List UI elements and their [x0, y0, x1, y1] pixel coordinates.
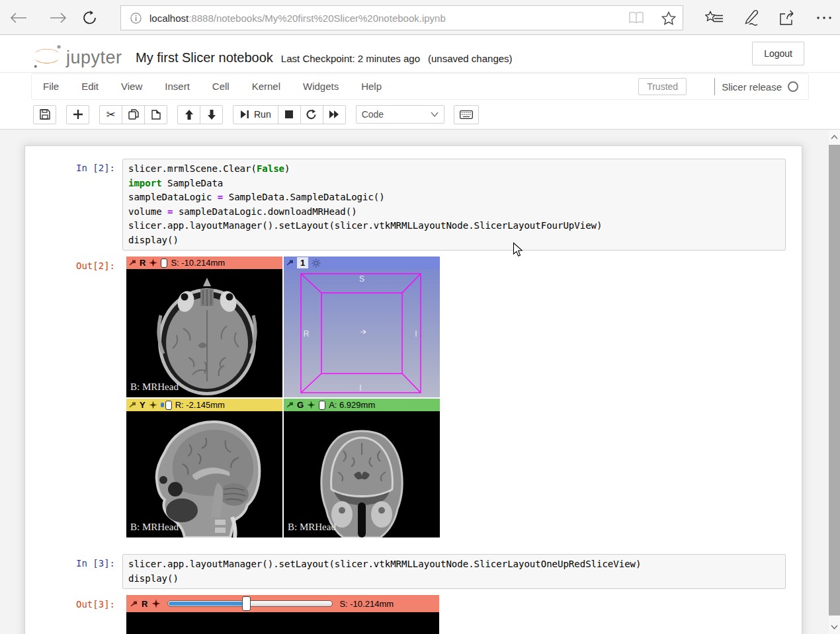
site-info-icon[interactable]	[130, 13, 142, 24]
save-button[interactable]	[33, 105, 56, 124]
run-icon	[240, 110, 249, 119]
logout-button[interactable]: Logout	[752, 42, 804, 65]
crosshair-icon[interactable]	[149, 258, 157, 267]
green-view-label: G	[297, 400, 304, 410]
red-slice-view: R S: -10.214mm	[126, 257, 282, 397]
yellow-slice-slider-handle[interactable]	[165, 401, 172, 410]
paste-cell-button[interactable]	[144, 105, 167, 124]
jupyter-logo[interactable]: jupyter	[32, 42, 122, 69]
slice-offset-slider[interactable]	[167, 600, 333, 607]
cut-cell-button[interactable]: ✂	[99, 105, 122, 124]
copy-cell-button[interactable]	[122, 105, 145, 124]
scrollbar-thumb[interactable]	[829, 145, 840, 615]
green-slice-readout: A: 6.929mm	[329, 400, 375, 410]
input-prompt-3: In [3]:	[25, 554, 122, 569]
pin-icon[interactable]	[286, 259, 294, 266]
kernel-name: Slicer release	[722, 81, 782, 93]
plus-icon	[73, 110, 83, 119]
restart-icon	[306, 109, 317, 120]
reading-view-icon[interactable]	[628, 11, 644, 24]
favorites-hub-icon[interactable]	[705, 9, 724, 27]
command-palette-button[interactable]	[454, 105, 479, 124]
red-view-label: R	[140, 258, 146, 268]
web-note-pen-icon[interactable]	[741, 9, 760, 27]
red-slice-image-partial[interactable]	[126, 612, 439, 634]
code-cell-3[interactable]: In [3]: slicer.app.layoutManager().setLa…	[25, 554, 802, 589]
menu-cell[interactable]: Cell	[201, 74, 241, 99]
move-cell-down-button[interactable]	[200, 105, 223, 124]
slicer-oneup-red-view: R S: -10.214mm	[126, 595, 439, 634]
scroll-up-icon[interactable]	[829, 132, 840, 143]
pin-icon[interactable]	[129, 259, 136, 266]
code-input-3[interactable]: slicer.app.layoutManager().setLayout(sli…	[122, 554, 786, 589]
menu-insert[interactable]: Insert	[153, 74, 201, 99]
notebook-container: In [2]: slicer.mrmlScene.Clear(False)imp…	[24, 145, 802, 634]
notebook-title[interactable]: My first Slicer notebook	[136, 50, 273, 65]
cut-icon: ✂	[106, 109, 115, 120]
restart-run-all-button[interactable]	[323, 105, 346, 124]
favorite-star-icon[interactable]	[661, 11, 676, 25]
url-text[interactable]: localhost:8888/notebooks/My%20first%20Sl…	[149, 13, 623, 24]
menu-edit[interactable]: Edit	[70, 74, 110, 99]
crosshair-icon[interactable]	[307, 401, 315, 409]
yellow-slice-view: Y R: -2.145mm	[126, 399, 282, 537]
pin-icon[interactable]	[130, 600, 138, 608]
arrow-up-icon	[185, 110, 194, 120]
yellow-slider-fill	[161, 403, 164, 407]
move-cell-up-button[interactable]	[177, 105, 200, 124]
green-slice-slider-handle[interactable]	[319, 401, 325, 410]
red-slice-readout: S: -10.214mm	[171, 258, 225, 268]
threed-view-header: 1	[284, 257, 440, 269]
arrow-down-icon	[207, 110, 216, 120]
url-path: :8888/notebooks/My%20first%20Slicer%20no…	[189, 13, 446, 24]
save-icon	[40, 109, 50, 120]
red-oneup-label: R	[142, 599, 147, 609]
back-icon[interactable]	[9, 9, 28, 27]
browser-toolbar: localhost:8888/notebooks/My%20first%20Sl…	[0, 0, 840, 35]
code-cell-2[interactable]: In [2]: slicer.mrmlScene.Clear(False)imp…	[25, 159, 802, 251]
red-slice-slider-handle[interactable]	[161, 258, 167, 268]
cell-type-dropdown[interactable]: Code	[356, 105, 444, 124]
axial-mri-image[interactable]: B: MRHead	[126, 269, 282, 397]
share-icon[interactable]	[778, 9, 796, 27]
axis-label-inferior-right: I	[415, 329, 417, 338]
center-view-icon[interactable]	[312, 258, 321, 268]
scroll-down-icon[interactable]	[829, 621, 840, 633]
pin-icon[interactable]	[286, 401, 294, 409]
slicer-fourup-view: R S: -10.214mm	[126, 257, 440, 537]
run-label: Run	[254, 109, 271, 120]
run-button[interactable]: Run	[233, 105, 278, 124]
axis-label-inferior: I	[359, 383, 361, 393]
forward-icon[interactable]	[49, 9, 67, 27]
restart-kernel-button[interactable]	[300, 105, 323, 124]
jupyter-logo-text: jupyter	[66, 46, 122, 69]
sagittal-mri-image[interactable]: B: MRHead	[126, 411, 282, 537]
crosshair-icon[interactable]	[151, 599, 161, 608]
address-bar[interactable]: localhost:8888/notebooks/My%20first%20Sl…	[120, 5, 683, 30]
unsaved-changes-status: (unsaved changes)	[428, 53, 513, 64]
menu-widgets[interactable]: Widgets	[292, 74, 350, 99]
axis-label-right: R	[304, 329, 310, 338]
jupyter-header: jupyter My first Slicer notebook Last Ch…	[0, 36, 840, 73]
output-cell-2: Out[2]: R S: -10.214mm	[25, 257, 802, 537]
add-cell-button[interactable]	[66, 105, 89, 124]
page-scrollbar[interactable]	[829, 130, 840, 634]
keyboard-icon	[460, 110, 473, 119]
green-slice-view: G A: 6.929mm	[284, 399, 440, 537]
menu-file[interactable]: File	[32, 74, 70, 99]
menu-view[interactable]: View	[110, 74, 153, 99]
axis-label-superior: S	[359, 274, 364, 284]
crosshair-icon[interactable]	[149, 401, 157, 409]
menu-kernel[interactable]: Kernel	[241, 74, 292, 99]
trusted-button[interactable]: Trusted	[638, 78, 687, 95]
coronal-mri-image[interactable]: B: MRHead	[284, 411, 440, 537]
more-options-icon[interactable]	[815, 9, 833, 27]
code-input-2[interactable]: slicer.mrmlScene.Clear(False)import Samp…	[122, 159, 786, 251]
stop-button[interactable]	[278, 105, 301, 124]
threed-scene[interactable]: S R I I	[284, 269, 440, 397]
refresh-icon[interactable]	[81, 9, 99, 27]
menu-help[interactable]: Help	[350, 74, 393, 99]
pin-icon[interactable]	[129, 401, 136, 409]
slider-handle[interactable]	[242, 596, 251, 611]
fast-forward-icon	[329, 110, 339, 119]
